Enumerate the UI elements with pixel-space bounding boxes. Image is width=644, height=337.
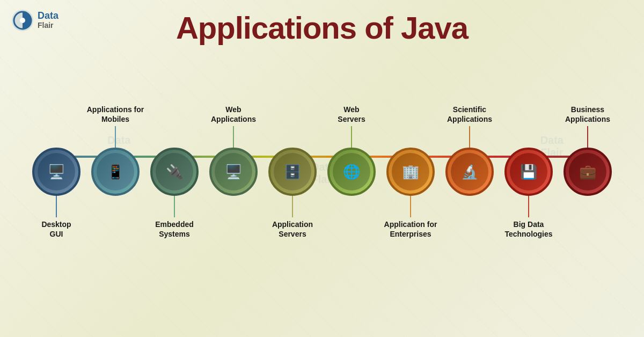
connector-above-9 (587, 126, 588, 148)
logo-flair-label: Flair (38, 21, 58, 30)
node-desktop-gui: 🖥️ DesktopGUI (27, 94, 86, 250)
connector-above-5 (351, 126, 352, 148)
node-web-apps: WebApplications 🖥️ (204, 94, 263, 250)
icon-mobile: 📱 (107, 164, 124, 180)
circle-0: 🖥️ (32, 148, 80, 196)
connector-below-4 (292, 196, 293, 217)
logo: Data Flair (11, 9, 58, 32)
circle-inner-1: 📱 (97, 153, 134, 191)
label-below-6: Application forEnterprises (384, 217, 437, 250)
circle-7: 🔬 (445, 148, 494, 196)
circle-2: 🔌 (150, 148, 199, 196)
connector-above-3 (233, 126, 234, 148)
icon-web-apps: 🖥️ (225, 164, 242, 180)
circle-inner-7: 🔬 (451, 153, 488, 191)
svg-point-2 (20, 18, 25, 23)
nodes-container: 🖥️ DesktopGUI Applications forMobiles 📱 (16, 56, 628, 287)
node-big-data: 💾 Big DataTechnologies (499, 94, 558, 250)
icon-scientific: 🔬 (461, 164, 478, 180)
circle-9: 💼 (564, 148, 612, 196)
label-above-1: Applications forMobiles (87, 94, 144, 126)
label-below-4: ApplicationServers (272, 217, 313, 250)
main-container: Data Flair Applications of Java DataFlai… (0, 0, 644, 337)
circle-1: 📱 (91, 148, 140, 196)
label-below-0: DesktopGUI (41, 217, 71, 250)
circle-4: 🗄️ (268, 148, 317, 196)
icon-enterprise: 🏢 (402, 164, 419, 180)
label-above-5: WebServers (338, 94, 365, 126)
connector-above-7 (469, 126, 470, 148)
circle-6: 🏢 (386, 148, 435, 196)
node-app-servers: 🗄️ ApplicationServers (263, 94, 322, 250)
label-above-3: WebApplications (211, 94, 256, 126)
circle-inner-5: 🌐 (333, 153, 370, 191)
connector-below-6 (410, 196, 411, 217)
node-enterprise-apps: 🏢 Application forEnterprises (381, 94, 440, 250)
icon-embedded: 🔌 (166, 164, 183, 180)
logo-text: Data Flair (38, 11, 58, 30)
icon-app-servers: 🗄️ (284, 164, 301, 180)
circle-inner-9: 💼 (569, 153, 606, 191)
connector-above-1 (115, 126, 116, 148)
timeline: 🖥️ DesktopGUI Applications forMobiles 📱 (16, 56, 628, 287)
circle-inner-2: 🔌 (156, 153, 193, 191)
node-mobile-apps: Applications forMobiles 📱 (86, 94, 145, 250)
node-scientific-apps: ScientificApplications 🔬 (440, 94, 499, 250)
node-business-apps: BusinessApplications 💼 (558, 94, 617, 250)
page-title: Applications of Java (0, 0, 644, 46)
node-embedded-systems: 🔌 EmbeddedSystems (145, 94, 204, 250)
label-above-7: ScientificApplications (447, 94, 492, 126)
circle-inner-6: 🏢 (392, 153, 429, 191)
logo-data-label: Data (38, 11, 58, 21)
icon-business: 💼 (579, 164, 596, 180)
icon-big-data: 💾 (520, 164, 537, 180)
circle-inner-8: 💾 (510, 153, 547, 191)
node-web-servers: WebServers 🌐 (322, 94, 381, 250)
icon-web-servers: 🌐 (343, 164, 360, 180)
connector-below-2 (174, 196, 175, 217)
circle-5: 🌐 (327, 148, 376, 196)
logo-icon (11, 9, 34, 32)
label-below-2: EmbeddedSystems (155, 217, 194, 250)
circle-inner-0: 🖥️ (38, 153, 75, 191)
label-above-9: BusinessApplications (565, 94, 610, 126)
circle-inner-4: 🗄️ (274, 153, 311, 191)
icon-desktop: 🖥️ (48, 164, 65, 180)
circle-inner-3: 🖥️ (215, 153, 252, 191)
connector-below-0 (56, 196, 57, 217)
label-below-8: Big DataTechnologies (504, 217, 552, 250)
connector-below-8 (528, 196, 529, 217)
circle-8: 💾 (504, 148, 553, 196)
circle-3: 🖥️ (209, 148, 258, 196)
